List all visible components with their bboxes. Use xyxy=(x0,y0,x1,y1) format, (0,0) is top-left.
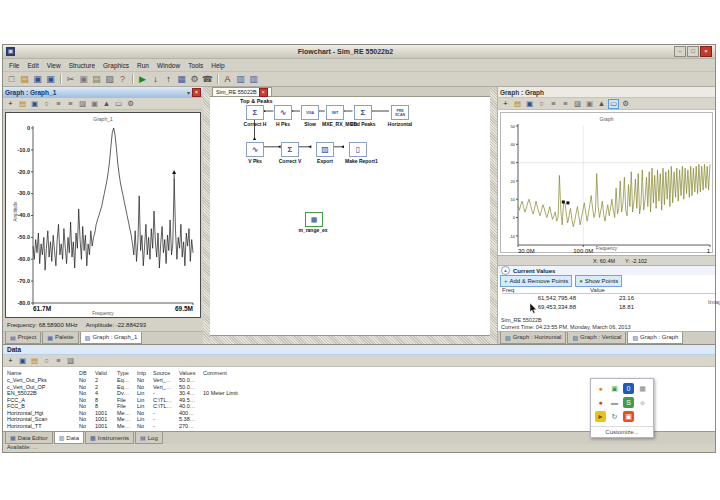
pin-icon[interactable]: ▾ xyxy=(187,89,190,96)
data-toolbar-button[interactable]: + xyxy=(5,356,16,366)
graph-toolbar-button[interactable]: + xyxy=(5,98,16,108)
menu-item[interactable]: Graphics xyxy=(99,62,133,69)
pane-tab[interactable]: ▧Graph : Graph_1 xyxy=(80,332,143,344)
graph-toolbar-button[interactable]: ≡ xyxy=(53,98,64,108)
data-panel-tab[interactable]: ▥Data xyxy=(54,432,84,444)
pane-tab[interactable]: ▧Graph : Vertical xyxy=(567,332,626,344)
tray-icon[interactable]: ▬ xyxy=(609,397,620,408)
graph-toolbar-button[interactable]: ▲ xyxy=(101,98,112,108)
graph-toolbar-button[interactable]: ▭ xyxy=(608,99,619,109)
toolbar-button[interactable]: ▣ xyxy=(44,73,57,85)
graph-toolbar-button[interactable]: ▭ xyxy=(113,98,124,108)
tray-customize-link[interactable]: Customize... xyxy=(591,426,653,437)
graph-toolbar-button[interactable]: ▣ xyxy=(584,99,595,109)
graph-toolbar-button[interactable]: ⚙ xyxy=(620,99,631,109)
graph-toolbar-button[interactable]: ▤ xyxy=(512,99,523,109)
pane-tab[interactable]: ▦Palette xyxy=(42,332,78,344)
toolbar-button[interactable]: ▤ xyxy=(18,73,31,85)
tray-icon[interactable]: 0 xyxy=(623,383,634,394)
flowchart-block[interactable]: ∿ V Pks xyxy=(242,142,268,164)
flowchart-block[interactable]: VISA Slow xyxy=(297,105,323,127)
points-button[interactable]: ● Show Points xyxy=(575,275,622,287)
points-button[interactable]: + Add & Remove Points xyxy=(500,275,572,287)
flowchart-block[interactable]: Σ Correct V xyxy=(277,142,303,164)
restore-button[interactable]: □ xyxy=(687,46,699,57)
flowchart-block[interactable]: INIT MXE_RX_MOD xyxy=(322,105,348,127)
graph-toolbar-button[interactable]: ▣ xyxy=(29,98,40,108)
menu-item[interactable]: Run xyxy=(133,62,153,69)
menu-item[interactable]: View xyxy=(43,62,65,69)
flowchart-block[interactable]: ▯ Make Report1 xyxy=(345,142,371,164)
graph-toolbar-button[interactable]: ⚙ xyxy=(125,98,136,108)
flowchart-block[interactable]: ▨ Export xyxy=(312,142,338,164)
emi-scan-chart[interactable]: 50403020100-1030.0M100.0M1 xyxy=(502,121,713,257)
data-panel-tab[interactable]: ▩Instruments xyxy=(85,432,134,444)
close-button[interactable]: × xyxy=(700,46,712,57)
left-pane-header[interactable]: Graph : Graph_1 ▾ × xyxy=(3,87,203,98)
toolbar-button[interactable]: ⚙ xyxy=(188,73,201,85)
tray-icon[interactable]: ● xyxy=(595,397,606,408)
menu-item[interactable]: Edit xyxy=(23,62,42,69)
collapse-icon[interactable]: ▴ xyxy=(501,266,510,275)
schematic-hscrollbar[interactable] xyxy=(210,335,490,344)
tray-icon[interactable]: S xyxy=(623,397,634,408)
schematic-canvas[interactable]: Top & Peaks Σ Correct H ∿ H Pks VISA Slo… xyxy=(210,97,490,335)
splitter-right[interactable] xyxy=(490,87,497,344)
tray-icon[interactable]: ◆ xyxy=(637,397,648,408)
menu-item[interactable]: Tools xyxy=(184,62,207,69)
minimize-button[interactable]: – xyxy=(674,46,686,57)
data-toolbar-button[interactable]: ▨ xyxy=(65,356,76,366)
flowchart-block[interactable]: PRE SCAN Horizontal xyxy=(387,105,413,127)
title-bar[interactable]: ▣ Flowchart - Sim_RE 55022b2 – □ × xyxy=(3,45,715,59)
menu-item[interactable]: File xyxy=(5,62,23,69)
left-spectrum-chart[interactable]: 0-10.0-20.0-30.0-40.0-50.0-60.0-70.0-80.… xyxy=(7,122,201,314)
toolbar-button[interactable]: ▥ xyxy=(234,73,247,85)
graph-toolbar-button[interactable]: ≡ xyxy=(560,99,571,109)
graph-toolbar-button[interactable]: ○ xyxy=(41,98,52,108)
toolbar-button[interactable]: ▥ xyxy=(247,73,260,85)
graph-toolbar-button[interactable]: ▤ xyxy=(17,98,28,108)
toolbar-button[interactable]: ▨ xyxy=(103,73,116,85)
data-toolbar-button[interactable]: ○ xyxy=(41,356,52,366)
toolbar-button[interactable]: ▣ xyxy=(31,73,44,85)
current-values-header[interactable]: ▴ Current Values xyxy=(498,266,715,275)
graph-toolbar-button[interactable]: ▣ xyxy=(89,98,100,108)
tray-icon[interactable]: ● xyxy=(595,383,606,394)
menu-item[interactable]: Window xyxy=(153,62,184,69)
menu-item[interactable]: Structure xyxy=(65,62,99,69)
toolbar-button[interactable]: □ xyxy=(5,73,18,85)
data-panel-tab[interactable]: ▤Log xyxy=(135,432,163,444)
graph-toolbar-button[interactable]: ≡ xyxy=(65,98,76,108)
tray-icon[interactable]: ▦ xyxy=(637,383,648,394)
graph-toolbar-button[interactable]: ▣ xyxy=(524,99,535,109)
flowchart-block[interactable]: Σ End Peaks xyxy=(350,105,376,127)
graph-toolbar-button[interactable]: ▨ xyxy=(572,99,583,109)
tray-icon[interactable]: ▣ xyxy=(623,411,634,422)
pane-tab[interactable]: ▧Graph : Horizontal xyxy=(500,332,566,344)
tray-icon[interactable]: ▣ xyxy=(609,383,620,394)
tray-icon[interactable]: ↻ xyxy=(609,411,620,422)
graph-toolbar-button[interactable]: ○ xyxy=(536,99,547,109)
toolbar-button[interactable]: ▣ xyxy=(77,73,90,85)
toolbar-button[interactable]: ▶ xyxy=(136,73,149,85)
menu-item[interactable]: Help xyxy=(207,62,228,69)
data-toolbar-button[interactable]: ▤ xyxy=(29,356,40,366)
toolbar-button[interactable]: ↑ xyxy=(162,73,175,85)
pane-tab[interactable]: ▤Project xyxy=(5,332,41,344)
toolbar-button[interactable]: ✂ xyxy=(64,73,77,85)
pane-tab[interactable]: ▧Graph : Graph xyxy=(627,332,683,344)
toolbar-button[interactable]: ▦ xyxy=(175,73,188,85)
right-pane-header[interactable]: Graph : Graph xyxy=(498,87,715,98)
data-panel-header[interactable]: Data xyxy=(3,345,715,355)
data-toolbar-button[interactable]: ▣ xyxy=(17,356,28,366)
toolbar-button[interactable]: ? xyxy=(116,73,129,85)
close-pane-icon[interactable]: × xyxy=(192,88,201,97)
tray-icon[interactable]: ► xyxy=(595,411,606,422)
graph-toolbar-button[interactable]: ≡ xyxy=(548,99,559,109)
toolbar-button[interactable]: ☎ xyxy=(201,73,214,85)
flowchart-block[interactable]: ∿ H Pks xyxy=(270,105,296,127)
data-panel-tab[interactable]: ▦Data Editor xyxy=(5,432,53,444)
graph-toolbar-button[interactable]: ▲ xyxy=(596,99,607,109)
toolbar-button[interactable]: ↓ xyxy=(149,73,162,85)
sub-network-block[interactable]: ▦ xyxy=(305,212,323,227)
